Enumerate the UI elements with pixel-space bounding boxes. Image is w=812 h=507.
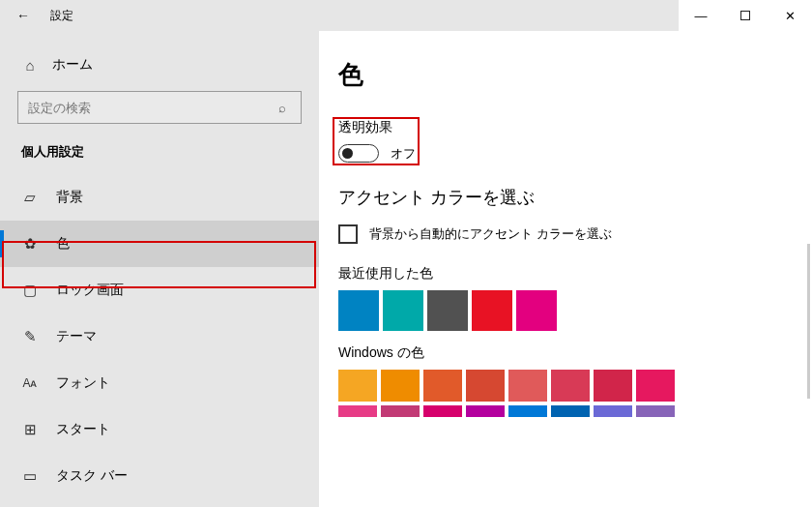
color-swatch[interactable] <box>516 290 557 331</box>
window-title: 設定 <box>46 8 73 24</box>
color-swatch[interactable] <box>381 370 420 402</box>
recent-colors-label: 最近使用した色 <box>338 265 808 283</box>
color-swatch[interactable] <box>383 290 423 331</box>
auto-accent-label: 背景から自動的にアクセント カラーを選ぶ <box>369 225 612 243</box>
theme-icon: ✎ <box>21 328 39 345</box>
color-swatch[interactable] <box>381 405 420 417</box>
font-icon: Aᴀ <box>21 374 39 392</box>
sidebar-item-label: タスク バー <box>56 467 128 485</box>
start-icon: ⊞ <box>21 421 39 438</box>
sidebar-item-label: 色 <box>56 235 70 253</box>
palette-icon: ✿ <box>21 235 39 253</box>
color-swatch[interactable] <box>594 370 632 402</box>
color-swatch[interactable] <box>594 405 632 417</box>
search-icon: ⌕ <box>274 99 291 116</box>
auto-accent-checkbox[interactable] <box>338 224 358 244</box>
color-swatch[interactable] <box>551 405 590 417</box>
color-swatch[interactable] <box>636 405 675 417</box>
sidebar-item-taskbar[interactable]: ▭ タスク バー <box>0 453 319 499</box>
back-button[interactable]: ← <box>0 8 46 23</box>
page-title: 色 <box>338 58 808 92</box>
sidebar-item-label: フォント <box>56 374 110 392</box>
color-swatch[interactable] <box>338 290 379 331</box>
sidebar-item-label: スタート <box>56 421 110 438</box>
sidebar-item-label: ロック画面 <box>56 282 124 299</box>
transparency-toggle[interactable] <box>338 144 379 163</box>
recent-colors <box>338 290 808 331</box>
sidebar: ⌂ ホーム ⌕ 個人用設定 ▱ 背景 ✿ 色 ▢ ロック画面 ✎ テーマ Aᴀ … <box>0 31 319 507</box>
color-swatch[interactable] <box>466 370 505 402</box>
home-link[interactable]: ⌂ ホーム <box>0 48 319 87</box>
color-swatch[interactable] <box>466 405 505 417</box>
minimize-button[interactable]: — <box>679 0 723 31</box>
sidebar-item-label: 背景 <box>56 189 83 206</box>
color-swatch[interactable] <box>472 290 512 331</box>
search-box[interactable]: ⌕ <box>17 91 302 124</box>
sidebar-item-fonts[interactable]: Aᴀ フォント <box>0 360 319 406</box>
transparency-toggle-row: オフ <box>338 144 808 163</box>
toggle-state-label: オフ <box>391 145 416 163</box>
sidebar-item-themes[interactable]: ✎ テーマ <box>0 313 319 360</box>
color-swatch[interactable] <box>423 405 462 417</box>
color-swatch[interactable] <box>508 405 547 417</box>
maximize-button[interactable] <box>723 0 768 31</box>
auto-accent-row[interactable]: 背景から自動的にアクセント カラーを選ぶ <box>338 224 808 244</box>
taskbar-icon: ▭ <box>21 467 39 485</box>
color-swatch[interactable] <box>338 370 377 402</box>
color-swatch[interactable] <box>423 370 462 402</box>
content-area: 色 透明効果 オフ アクセント カラーを選ぶ 背景から自動的にアクセント カラー… <box>319 31 812 507</box>
lock-screen-icon: ▢ <box>21 282 39 299</box>
color-swatch[interactable] <box>551 370 590 402</box>
close-button[interactable]: ✕ <box>768 0 812 31</box>
color-swatch[interactable] <box>636 370 675 402</box>
windows-colors-grid <box>338 370 808 417</box>
sidebar-item-label: テーマ <box>56 328 97 345</box>
accent-heading: アクセント カラーを選ぶ <box>338 186 808 209</box>
scrollbar[interactable] <box>807 244 810 399</box>
category-title: 個人用設定 <box>0 143 319 174</box>
picture-icon: ▱ <box>21 189 39 206</box>
color-swatch[interactable] <box>427 290 468 331</box>
sidebar-item-background[interactable]: ▱ 背景 <box>0 174 319 221</box>
sidebar-item-lockscreen[interactable]: ▢ ロック画面 <box>0 267 319 313</box>
color-swatch[interactable] <box>338 405 377 417</box>
windows-colors-label: Windows の色 <box>338 344 808 362</box>
search-input[interactable] <box>28 101 274 115</box>
home-icon: ⌂ <box>21 56 39 74</box>
transparency-label: 透明効果 <box>338 119 808 136</box>
sidebar-item-start[interactable]: ⊞ スタート <box>0 406 319 453</box>
home-label: ホーム <box>52 56 93 74</box>
sidebar-item-colors[interactable]: ✿ 色 <box>0 221 319 267</box>
title-bar: ← 設定 — ✕ <box>0 0 812 31</box>
color-swatch[interactable] <box>508 370 547 402</box>
